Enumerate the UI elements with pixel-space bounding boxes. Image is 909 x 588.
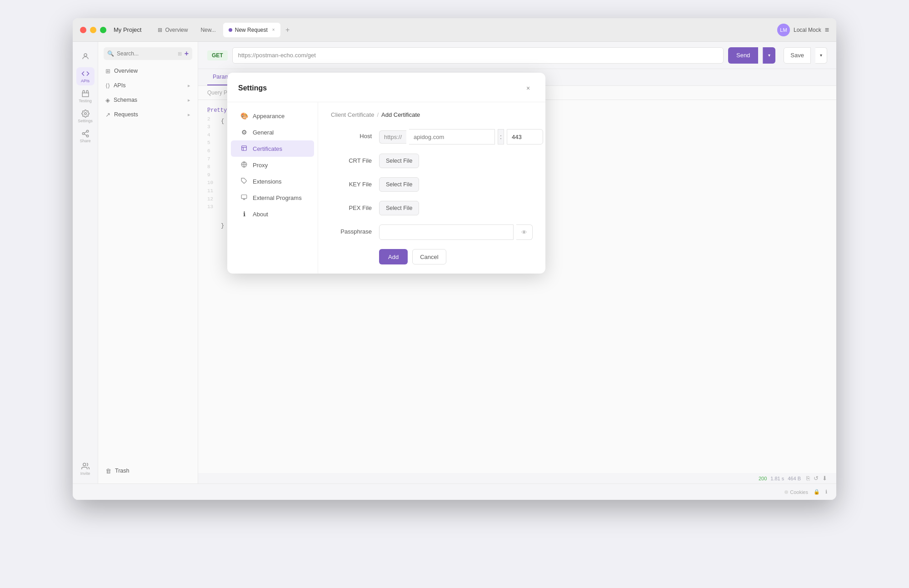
send-dropdown-button[interactable]: ▾ [763, 47, 775, 64]
external-programs-label: External Programs [253, 194, 302, 201]
copy-icon[interactable]: ⎘ [806, 475, 810, 482]
pex-label: PEX File [331, 201, 372, 211]
trash-icon: 🗑 [105, 468, 111, 474]
tabs-bar: ⊞ Overview New... New Request × + [152, 23, 777, 37]
sidebar-item-invite[interactable]: Invite [76, 460, 95, 478]
icon-sidebar-bottom: Invite [76, 460, 95, 478]
tab-new[interactable]: New... [195, 23, 221, 37]
sidebar-item-share[interactable]: Share [76, 127, 95, 145]
apis-chevron: ▸ [188, 83, 190, 89]
sidebar-item-apis[interactable]: APIs [76, 67, 95, 85]
cancel-button[interactable]: Cancel [412, 249, 446, 264]
nav-apis[interactable]: ⟨⟩ APIs ▸ [98, 78, 198, 93]
settings-sidebar: 🎨 Appearance ⚙ General Certificates [227, 102, 318, 274]
traffic-lights [80, 27, 106, 33]
send-button[interactable]: Send [728, 47, 758, 64]
info-icon: ℹ [825, 489, 827, 495]
refresh-icon[interactable]: ↺ [814, 475, 819, 482]
extensions-label: Extensions [253, 178, 282, 185]
overview-label: Overview [114, 68, 138, 74]
svg-rect-13 [241, 194, 247, 198]
extensions-icon [240, 178, 248, 185]
url-input[interactable]: https://postman-echo.com/get [232, 47, 724, 64]
schemas-label: Schemas [114, 97, 137, 103]
requests-label: Requests [114, 111, 138, 118]
host-label: Host [331, 129, 372, 140]
about-icon: ℹ [240, 210, 248, 218]
key-row: KEY File Select File [331, 177, 533, 192]
settings-nav-external-programs[interactable]: External Programs [231, 189, 314, 206]
settings-modal: Settings × 🎨 Appearance ⚙ General Cert [227, 73, 545, 274]
settings-nav-proxy[interactable]: Proxy [231, 157, 314, 173]
cookies-dot [784, 490, 788, 494]
settings-nav-appearance[interactable]: 🎨 Appearance [231, 108, 314, 124]
sidebar-item-testing[interactable]: Testing [76, 87, 95, 105]
search-input[interactable] [117, 50, 175, 57]
minimize-button[interactable] [90, 27, 96, 33]
cookies-label: Cookies [790, 489, 808, 495]
general-label: General [253, 129, 274, 136]
host-input[interactable] [409, 129, 495, 145]
cookies-indicator[interactable]: Cookies [784, 489, 808, 495]
settings-nav-about[interactable]: ℹ About [231, 206, 314, 222]
add-button[interactable]: Add [379, 249, 408, 264]
menu-icon[interactable]: ≡ [825, 26, 829, 34]
nav-trash[interactable]: 🗑 Trash [98, 463, 198, 478]
settings-close-button[interactable]: × [522, 82, 534, 95]
pex-select-button[interactable]: Select File [379, 201, 419, 215]
nav-schemas[interactable]: ◈ Schemas ▸ [98, 93, 198, 107]
schemas-icon: ◈ [105, 97, 110, 104]
nav-overview[interactable]: ⊞ Overview [98, 64, 198, 78]
avatar: LM [777, 24, 790, 36]
sidebar-item-user[interactable] [76, 47, 95, 65]
proxy-icon [240, 161, 248, 169]
host-controls: https:// : [379, 129, 543, 145]
response-actions: ⎘ ↺ ⬇ [806, 475, 827, 482]
search-icon: 🔍 [107, 50, 114, 57]
line-numbers: 12345678910111213 [207, 107, 213, 211]
key-select-button[interactable]: Select File [379, 177, 419, 192]
tab-new-request[interactable]: New Request × [223, 23, 280, 37]
settings-nav-extensions[interactable]: Extensions [231, 173, 314, 189]
url-bar: GET https://postman-echo.com/get Send ▾ … [198, 42, 836, 69]
crt-row: CRT File Select File [331, 154, 533, 168]
nav-search[interactable]: 🔍 ⊞ + [104, 47, 192, 60]
icon-sidebar: APIs Testing Settings Share Invite [73, 42, 98, 483]
sidebar-item-settings[interactable]: Settings [76, 107, 95, 125]
settings-label: Settings [78, 119, 93, 123]
environment-label: Local Mock [794, 27, 821, 33]
passphrase-input[interactable] [379, 224, 514, 240]
response-time: 1.81 s [770, 476, 784, 481]
port-input[interactable] [507, 129, 543, 145]
breadcrumb-parent[interactable]: Client Certificate [331, 111, 374, 118]
apis-nav-label: APIs [114, 82, 125, 89]
toggle-password-button[interactable]: 👁 [516, 224, 533, 240]
close-button[interactable] [80, 27, 86, 33]
project-name[interactable]: My Project [114, 26, 141, 33]
nav-requests[interactable]: ↗ Requests ▸ [98, 107, 198, 122]
crt-select-button[interactable]: Select File [379, 154, 419, 168]
key-label: KEY File [331, 177, 372, 188]
settings-main: Client Certificate / Add Certificate Hos… [318, 102, 545, 274]
add-item-button[interactable]: + [185, 50, 189, 58]
filter-icon[interactable]: ⊞ [178, 51, 182, 57]
download-icon[interactable]: ⬇ [822, 475, 827, 482]
host-colon: : [498, 129, 504, 145]
tab-close-icon[interactable]: × [272, 27, 275, 32]
settings-body: 🎨 Appearance ⚙ General Certificates [227, 102, 545, 274]
save-button[interactable]: Save [784, 47, 811, 64]
method-badge[interactable]: GET [207, 50, 228, 60]
proxy-label: Proxy [253, 162, 268, 169]
tab-overview[interactable]: ⊞ Overview [152, 23, 193, 37]
settings-nav-general[interactable]: ⚙ General [231, 124, 314, 140]
maximize-button[interactable] [100, 27, 106, 33]
passphrase-label: Passphrase [331, 224, 372, 235]
titlebar-right: LM Local Mock ≡ [777, 24, 829, 36]
testing-label: Testing [79, 99, 92, 103]
save-dropdown-button[interactable]: ▾ [815, 47, 827, 64]
requests-chevron: ▸ [188, 112, 190, 118]
settings-header: Settings × [227, 73, 545, 102]
add-tab-button[interactable]: + [282, 25, 293, 35]
certificates-label: Certificates [253, 145, 282, 152]
settings-nav-certificates[interactable]: Certificates [231, 140, 314, 157]
